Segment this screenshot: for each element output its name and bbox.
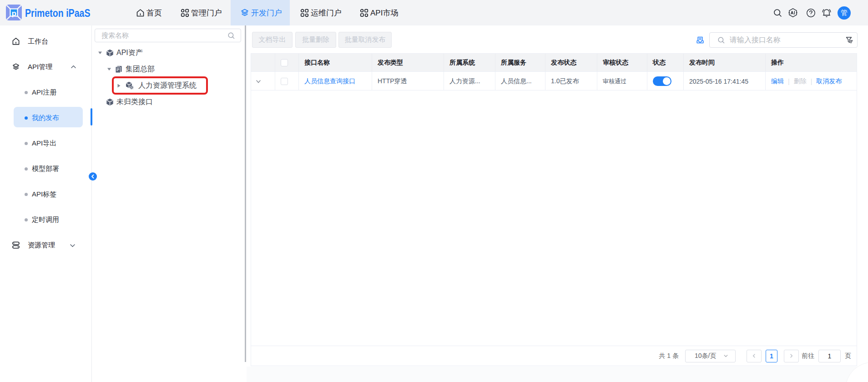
svg-text:p: p [11,9,16,18]
